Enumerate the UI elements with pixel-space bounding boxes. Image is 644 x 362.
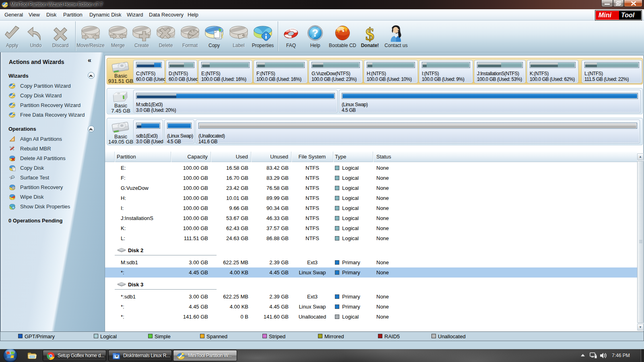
svg-text:$: $ [365,25,374,43]
svg-text:?: ? [312,27,318,39]
